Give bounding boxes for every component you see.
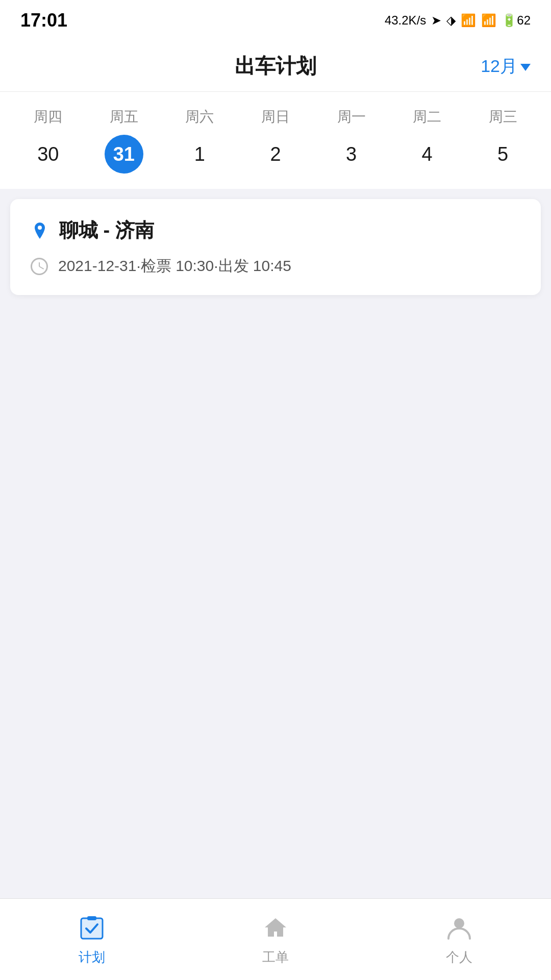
day-number: 3 — [332, 135, 371, 174]
nav-item-个人[interactable]: 个人 — [444, 913, 474, 966]
month-selector[interactable]: 12月 — [481, 55, 531, 78]
bluetooth-icon: ⬗ — [446, 13, 456, 28]
calendar-day-3[interactable]: 周一3 — [318, 107, 385, 174]
calendar-day-5[interactable]: 周三5 — [470, 107, 536, 174]
day-number: 31 — [105, 135, 143, 174]
battery-icon: 🔋62 — [502, 13, 531, 28]
page-header: 出车计划 12月 — [0, 41, 551, 92]
month-label: 12月 — [481, 55, 517, 78]
plan-icon — [77, 913, 107, 943]
location-icon: ➤ — [431, 13, 441, 28]
day-number: 1 — [180, 135, 219, 174]
day-label: 周一 — [337, 107, 366, 127]
trip-route-text: 聊城 - 济南 — [59, 217, 154, 243]
signal-icon: 📶 — [461, 13, 476, 28]
trip-time-text: 2021-12-31·检票 10:30·出发 10:45 — [58, 256, 291, 277]
day-label: 周六 — [185, 107, 214, 127]
page-title: 出车计划 — [235, 52, 316, 80]
nav-label: 个人 — [446, 948, 472, 966]
trip-route-row: 聊城 - 济南 — [31, 217, 520, 243]
day-number: 2 — [256, 135, 295, 174]
day-label: 周五 — [110, 107, 138, 127]
clock-icon — [31, 258, 48, 275]
wifi-icon: 📶 — [481, 13, 496, 28]
day-number: 5 — [484, 135, 522, 174]
calendar-day-30[interactable]: 周四30 — [15, 107, 81, 174]
status-time: 17:01 — [20, 10, 67, 31]
day-number: 30 — [29, 135, 67, 174]
chevron-down-icon — [520, 64, 531, 71]
status-bar: 17:01 43.2K/s ➤ ⬗ 📶 📶 🔋62 — [0, 0, 551, 41]
trip-card[interactable]: 聊城 - 济南 2021-12-31·检票 10:30·出发 10:45 — [10, 199, 541, 295]
nav-label: 工单 — [262, 948, 289, 966]
calendar-day-2[interactable]: 周日2 — [242, 107, 309, 174]
svg-point-4 — [454, 918, 464, 928]
calendar-day-31[interactable]: 周五31 — [91, 107, 157, 174]
nav-item-工单[interactable]: 工单 — [260, 913, 291, 966]
bottom-nav: 计划 工单 个人 — [0, 898, 551, 980]
day-label: 周日 — [261, 107, 290, 127]
day-label: 周四 — [34, 107, 62, 127]
nav-item-计划[interactable]: 计划 — [77, 913, 107, 966]
network-speed: 43.2K/s — [385, 13, 426, 28]
location-pin-icon — [31, 222, 49, 240]
calendar-day-1[interactable]: 周六1 — [166, 107, 233, 174]
calendar-strip: 周四30周五31周六1周日2周一3周二4周三5 — [0, 92, 551, 189]
workorder-icon — [260, 913, 291, 943]
day-number: 4 — [408, 135, 446, 174]
status-icons: 43.2K/s ➤ ⬗ 📶 📶 🔋62 — [385, 13, 531, 28]
svg-rect-3 — [87, 916, 96, 920]
svg-point-0 — [38, 226, 42, 230]
trip-time-row: 2021-12-31·检票 10:30·出发 10:45 — [31, 256, 520, 277]
calendar-day-4[interactable]: 周二4 — [394, 107, 460, 174]
person-icon — [444, 913, 474, 943]
svg-rect-1 — [81, 918, 103, 939]
section-divider — [0, 189, 551, 199]
day-label: 周二 — [413, 107, 441, 127]
day-label: 周三 — [489, 107, 517, 127]
nav-label: 计划 — [79, 948, 105, 966]
